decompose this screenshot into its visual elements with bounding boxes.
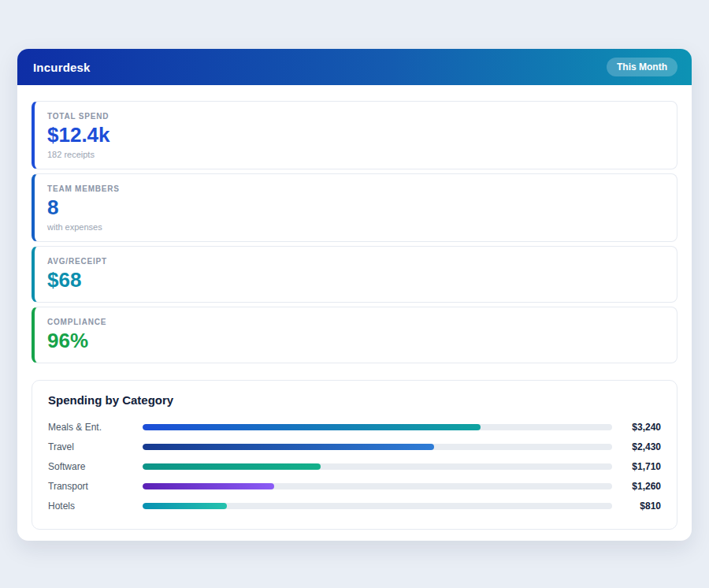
category-value: $3,240 xyxy=(612,422,661,433)
category-bar-track xyxy=(143,483,612,489)
category-bar-fill xyxy=(143,503,227,509)
category-bar-track xyxy=(143,424,612,430)
stat-value: 96% xyxy=(47,329,664,353)
category-row-meals: Meals & Ent. $3,240 xyxy=(48,418,661,437)
category-label: Software xyxy=(48,461,143,472)
category-value: $810 xyxy=(612,501,661,512)
category-bar-track xyxy=(143,444,612,450)
stat-label: TOTAL SPEND xyxy=(47,112,664,121)
stat-card-total-spend: TOTAL SPEND $12.4k 182 receipts xyxy=(32,101,677,169)
category-value: $1,260 xyxy=(612,481,661,492)
stat-value: $12.4k xyxy=(47,124,664,147)
app-title: Incurdesk xyxy=(33,61,91,74)
stat-value: 8 xyxy=(47,196,664,220)
category-label: Meals & Ent. xyxy=(48,422,143,433)
category-bar-fill xyxy=(143,463,321,470)
category-bar-track xyxy=(143,463,612,470)
spending-by-category-card: Spending by Category Meals & Ent. $3,240… xyxy=(32,380,677,530)
dashboard-panel: Incurdesk This Month TOTAL SPEND $12.4k … xyxy=(17,49,692,541)
dashboard-content: TOTAL SPEND $12.4k 182 receipts TEAM MEM… xyxy=(17,85,692,541)
category-bar-fill xyxy=(143,424,481,430)
category-row-transport: Transport $1,260 xyxy=(48,477,661,497)
stat-card-compliance: COMPLIANCE 96% xyxy=(32,307,677,363)
category-bar-fill xyxy=(143,444,434,450)
category-row-hotels: Hotels $810 xyxy=(48,497,661,516)
category-bar-fill xyxy=(143,483,274,489)
category-row-travel: Travel $2,430 xyxy=(48,437,661,457)
stat-subtext: 182 receipts xyxy=(47,150,664,159)
stat-subtext: with expenses xyxy=(47,222,664,232)
page-background: Incurdesk This Month TOTAL SPEND $12.4k … xyxy=(0,0,709,588)
stat-value: $68 xyxy=(47,269,664,292)
stat-label: TEAM MEMBERS xyxy=(47,184,664,193)
category-bar-track xyxy=(143,503,612,509)
stat-label: COMPLIANCE xyxy=(47,318,664,326)
category-label: Hotels xyxy=(48,501,143,512)
app-header: Incurdesk This Month xyxy=(17,49,692,85)
period-badge[interactable]: This Month xyxy=(607,58,677,76)
stat-card-avg-receipt: AVG/RECEIPT $68 xyxy=(32,246,677,303)
spending-card-title: Spending by Category xyxy=(48,393,661,407)
stat-card-team-members: TEAM MEMBERS 8 with expenses xyxy=(32,173,677,242)
category-label: Travel xyxy=(48,441,143,452)
stat-label: AVG/RECEIPT xyxy=(47,257,664,266)
category-label: Transport xyxy=(48,481,143,492)
category-value: $1,710 xyxy=(612,461,661,472)
category-value: $2,430 xyxy=(612,441,661,452)
category-row-software: Software $1,710 xyxy=(48,457,661,477)
